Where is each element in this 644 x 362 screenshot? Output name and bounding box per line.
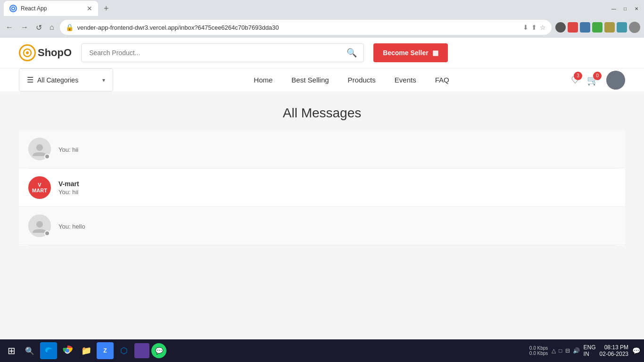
wishlist-badge: 3 bbox=[574, 72, 582, 80]
time-display: 08:13 PM bbox=[600, 344, 628, 351]
new-tab-button[interactable]: + bbox=[100, 2, 113, 16]
network-info: 0.0 Kbps 0.0 Kbps bbox=[529, 346, 548, 356]
svg-point-5 bbox=[36, 221, 43, 228]
network-up: 0.0 Kbps bbox=[529, 346, 548, 351]
nav-home[interactable]: Home bbox=[254, 68, 272, 91]
svg-point-7 bbox=[66, 349, 69, 353]
taskbar-pinned-icons: 📁 Z ⬡ 💬 bbox=[40, 342, 166, 359]
close-button[interactable]: ✕ bbox=[633, 5, 640, 12]
clock: 08:13 PM 02-06-2023 bbox=[600, 344, 628, 357]
browser-extension-icons bbox=[555, 22, 640, 33]
message-item-3[interactable]: You: hello bbox=[19, 207, 625, 245]
search-input[interactable] bbox=[82, 44, 340, 61]
message-preview-3: You: hello bbox=[58, 223, 616, 230]
online-indicator-1 bbox=[44, 154, 50, 159]
locale-info: ENG IN bbox=[584, 344, 596, 357]
site-header: ShopO 🔍 Become Seller ▦ bbox=[0, 38, 644, 68]
become-seller-label: Become Seller bbox=[383, 49, 429, 57]
address-bar[interactable]: 🔒 vender-app-frontend-dwr3.vercel.app/in… bbox=[60, 20, 552, 35]
notification-icon[interactable]: △ bbox=[552, 347, 556, 354]
message-avatar-3 bbox=[28, 214, 51, 237]
back-button[interactable]: ← bbox=[4, 21, 15, 33]
home-button[interactable]: ⌂ bbox=[48, 21, 56, 33]
message-sender-vmart: V-mart bbox=[58, 180, 616, 188]
wishlist-button[interactable]: ♡ 3 bbox=[571, 74, 579, 86]
whatsapp-icon[interactable]: 💬 bbox=[151, 343, 166, 358]
nav-actions: ♡ 3 🛒 0 bbox=[571, 71, 625, 90]
message-preview-vmart: You: hii bbox=[58, 189, 616, 196]
profile-icon[interactable] bbox=[629, 22, 640, 33]
taskbar-search-button[interactable]: 🔍 bbox=[21, 345, 38, 357]
become-seller-button[interactable]: Become Seller ▦ bbox=[373, 43, 448, 62]
network-down: 0.0 Kbps bbox=[529, 351, 548, 356]
ext1-icon[interactable] bbox=[555, 22, 566, 33]
maximize-button[interactable]: □ bbox=[621, 5, 629, 12]
logo-icon bbox=[19, 44, 36, 61]
tab-title: React App bbox=[21, 5, 83, 12]
ext5-icon[interactable] bbox=[604, 22, 615, 33]
app6-icon[interactable] bbox=[134, 343, 149, 358]
nav-links: Home Best Selling Products Events FAQ bbox=[132, 68, 571, 91]
tab-bar: React App ✕ + — □ ✕ bbox=[0, 0, 644, 17]
forward-button[interactable]: → bbox=[19, 21, 30, 33]
ext2-icon[interactable] bbox=[568, 22, 578, 33]
vmart-avatar-text: VMART bbox=[32, 182, 47, 193]
user-avatar[interactable] bbox=[606, 71, 625, 90]
message-content-3: You: hello bbox=[58, 222, 616, 230]
volume-icon: 🔊 bbox=[573, 347, 580, 354]
bookmark-icon[interactable]: ☆ bbox=[540, 24, 546, 31]
svg-point-1 bbox=[12, 8, 14, 9]
messages-list: You: hii VMART V-mart You: hii bbox=[19, 130, 625, 246]
chevron-down-icon: ▾ bbox=[102, 77, 105, 83]
active-tab[interactable]: React App ✕ bbox=[4, 1, 98, 16]
message-divider-3 bbox=[28, 245, 616, 246]
tab-favicon bbox=[9, 5, 17, 12]
download-icon[interactable]: ⬇ bbox=[523, 24, 528, 31]
search-icon: 🔍 bbox=[347, 48, 357, 58]
main-content: All Messages You: hii VMART bbox=[0, 91, 644, 260]
message-item-vmart[interactable]: VMART V-mart You: hii bbox=[19, 169, 625, 207]
nav-events[interactable]: Events bbox=[395, 68, 416, 91]
tab-close-button[interactable]: ✕ bbox=[87, 5, 92, 12]
action-center-icon[interactable]: 💬 bbox=[632, 347, 640, 354]
hamburger-icon: ☰ bbox=[27, 75, 33, 84]
chrome-icon[interactable] bbox=[59, 342, 76, 359]
categories-label: All Categories bbox=[37, 76, 99, 84]
app-container: ShopO 🔍 Become Seller ▦ ☰ All Categories… bbox=[0, 38, 644, 339]
message-content-vmart: V-mart You: hii bbox=[58, 180, 616, 196]
ext3-icon[interactable] bbox=[580, 22, 590, 33]
message-item[interactable]: You: hii bbox=[19, 130, 625, 168]
minimize-button[interactable]: — bbox=[610, 5, 618, 12]
svg-point-4 bbox=[36, 144, 43, 151]
logo[interactable]: ShopO bbox=[19, 44, 72, 61]
address-bar-icons: ⬇ ⬆ ☆ bbox=[523, 24, 546, 31]
vscode-icon[interactable]: ⬡ bbox=[116, 342, 132, 359]
message-avatar-vmart: VMART bbox=[28, 176, 51, 199]
start-button[interactable]: ⊞ bbox=[4, 343, 19, 358]
language-display: ENG bbox=[584, 344, 596, 351]
cart-badge: 0 bbox=[593, 72, 602, 80]
ext6-icon[interactable] bbox=[617, 22, 627, 33]
reload-button[interactable]: ↺ bbox=[34, 21, 44, 34]
message-preview-1: You: hii bbox=[58, 146, 616, 153]
categories-dropdown[interactable]: ☰ All Categories ▾ bbox=[19, 68, 113, 91]
vmart-avatar-icon: VMART bbox=[28, 176, 51, 199]
svg-point-3 bbox=[26, 51, 29, 54]
taskbar: ⊞ 🔍 📁 Z ⬡ 💬 0.0 Kbps 0.0 Kbps △ □ ⊟ 🔊 EN… bbox=[0, 339, 644, 362]
edge-icon[interactable] bbox=[40, 342, 57, 359]
nav-best-selling[interactable]: Best Selling bbox=[291, 68, 329, 91]
nav-products[interactable]: Products bbox=[348, 68, 376, 91]
logo-text: ShopO bbox=[38, 47, 72, 59]
navigation: ☰ All Categories ▾ Home Best Selling Pro… bbox=[0, 68, 644, 91]
share-icon[interactable]: ⬆ bbox=[531, 24, 537, 31]
nav-faq[interactable]: FAQ bbox=[435, 68, 449, 91]
search-button[interactable]: 🔍 bbox=[340, 44, 363, 62]
ext4-icon[interactable] bbox=[592, 22, 603, 33]
app4-icon[interactable]: Z bbox=[97, 342, 114, 359]
system-icons: △ □ ⊟ 🔊 bbox=[552, 347, 579, 354]
network-icon: ⊟ bbox=[565, 347, 570, 354]
cart-button[interactable]: 🛒 0 bbox=[587, 74, 599, 86]
file-explorer-icon[interactable]: 📁 bbox=[78, 342, 95, 359]
become-seller-icon: ▦ bbox=[432, 49, 438, 57]
battery-icon: □ bbox=[559, 347, 562, 354]
